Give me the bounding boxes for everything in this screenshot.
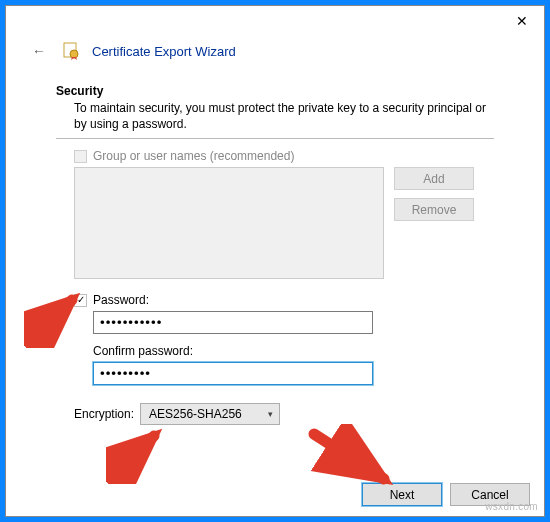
password-block: ✓ Password: Confirm password: (56, 279, 494, 395)
add-button: Add (394, 167, 474, 190)
group-names-row: Group or user names (recommended) (56, 149, 494, 163)
chevron-down-icon: ▾ (268, 409, 273, 419)
header: ← Certificate Export Wizard (6, 36, 544, 70)
svg-point-1 (70, 50, 78, 58)
group-names-label: Group or user names (recommended) (93, 149, 294, 163)
password-label: Password: (93, 293, 149, 307)
divider (56, 138, 494, 139)
watermark: wsxdn.com (485, 501, 538, 512)
arrow-left-icon: ← (32, 43, 46, 59)
encryption-dropdown[interactable]: AES256-SHA256 ▾ (140, 403, 280, 425)
section-heading: Security (56, 84, 494, 98)
wizard-title: Certificate Export Wizard (92, 44, 236, 59)
password-row: ✓ Password: (74, 293, 494, 307)
titlebar: ✕ (6, 6, 544, 36)
confirm-password-row: Confirm password: (74, 344, 494, 358)
group-names-listbox (74, 167, 384, 279)
group-list-area: Add Remove (56, 167, 494, 279)
wizard-window: ✕ ← Certificate Export Wizard Security T… (5, 5, 545, 517)
close-icon: ✕ (516, 13, 528, 29)
group-names-checkbox (74, 150, 87, 163)
confirm-password-input[interactable] (93, 362, 373, 385)
close-button[interactable]: ✕ (500, 6, 544, 36)
next-button[interactable]: Next (362, 483, 442, 506)
encryption-selected: AES256-SHA256 (149, 407, 242, 421)
remove-button: Remove (394, 198, 474, 221)
back-button[interactable]: ← (32, 43, 50, 59)
password-input[interactable] (93, 311, 373, 334)
check-icon: ✓ (77, 295, 85, 305)
encryption-row: Encryption: AES256-SHA256 ▾ (56, 403, 494, 425)
content-area: Security To maintain security, you must … (6, 70, 544, 425)
section-description: To maintain security, you must protect t… (56, 98, 494, 138)
annotation-arrow-icon (106, 424, 176, 484)
certificate-icon (62, 42, 80, 60)
confirm-password-label: Confirm password: (93, 344, 193, 358)
encryption-label: Encryption: (74, 407, 134, 421)
group-button-column: Add Remove (394, 167, 474, 279)
password-checkbox[interactable]: ✓ (74, 294, 87, 307)
